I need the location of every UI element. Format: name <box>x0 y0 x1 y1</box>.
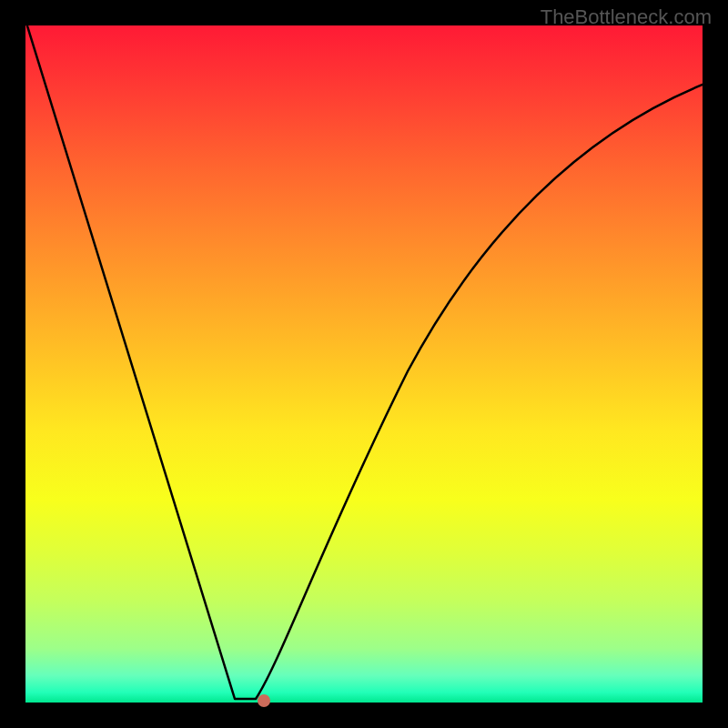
optimum-marker <box>258 694 270 707</box>
plot-area <box>25 25 703 703</box>
bottleneck-curve-path <box>25 25 703 699</box>
curve-svg <box>25 25 703 703</box>
watermark-text: TheBottleneck.com <box>541 5 712 29</box>
